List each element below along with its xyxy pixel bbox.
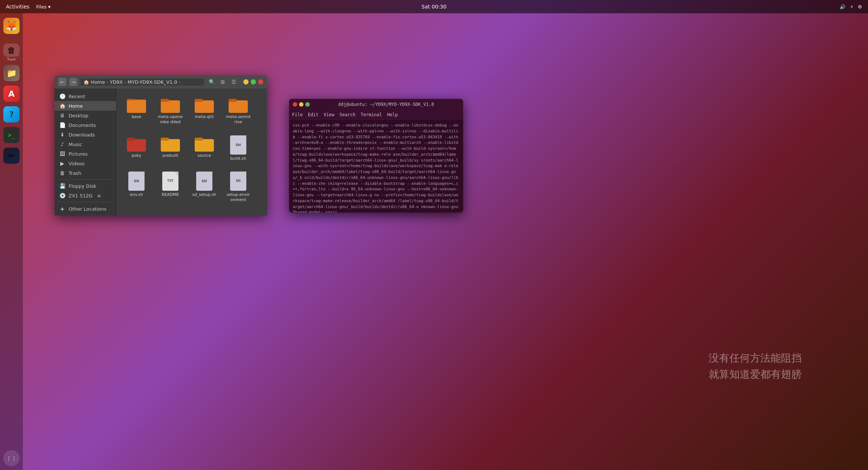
fm-minimize-button[interactable] xyxy=(243,79,249,84)
svg-rect-13 xyxy=(195,139,214,152)
fm-maximize-button[interactable] xyxy=(251,79,256,84)
fm-folder-meta-qt5[interactable]: meta-qt5 xyxy=(190,94,218,127)
firefox-icon: 🦊 xyxy=(3,18,20,34)
fm-folder-prebuilt[interactable]: prebuilt xyxy=(156,133,184,163)
term-menu-help[interactable]: Help xyxy=(387,112,398,117)
fm-file-env-sh[interactable]: SH env.sh xyxy=(122,169,150,205)
sidebar-item-documents[interactable]: 📄 Documents xyxy=(55,120,116,130)
sidebar-item-zx1[interactable]: 💿 ZX1 512G ⏏ xyxy=(55,191,116,200)
videos-icon: ▶ xyxy=(59,160,66,166)
fm-back-button[interactable]: ← xyxy=(58,78,66,86)
fm-file-readme[interactable]: TXT README xyxy=(156,169,184,205)
term-title: ddj@ubuntu: ~/YD9X/MYD-YD9X-SDK_V1.0 xyxy=(313,102,459,107)
sidebar-item-other[interactable]: + Other Locations xyxy=(55,204,116,214)
dock-item-notes[interactable]: ✏ xyxy=(3,147,20,165)
fm-breadcrumb: 🏠 Home › YD9X › MYD-YD9X-SDK_V1.0 › xyxy=(80,79,204,86)
file-icon-readme: TXT xyxy=(162,172,178,191)
fm-content: base meta-openembe dded meta-qt5 xyxy=(117,89,267,215)
add-location-icon: + xyxy=(59,205,66,212)
file-label-readme: README xyxy=(162,192,179,197)
dock-item-help[interactable]: ? xyxy=(3,106,20,123)
file-label-env-sh: env.sh xyxy=(130,192,143,197)
term-menu-view[interactable]: View xyxy=(324,112,334,117)
breadcrumb-home[interactable]: 🏠 Home xyxy=(83,79,105,85)
file-label-sd-setup: sd_setup.sh xyxy=(192,192,216,197)
dock-item-files[interactable]: 📁 xyxy=(3,64,20,82)
sidebar-item-downloads[interactable]: ⬇ Downloads xyxy=(55,130,116,139)
sidebar-item-videos[interactable]: ▶ Videos xyxy=(55,159,116,168)
fm-folder-base[interactable]: base xyxy=(122,94,150,127)
term-menu-file[interactable]: File xyxy=(292,112,303,117)
term-body[interactable]: cxx-pch --enable-c99 --enable-clocale=gn… xyxy=(289,120,463,212)
sidebar-label-desktop: Desktop xyxy=(69,113,88,118)
dock-item-trash[interactable]: 🗑 Trash xyxy=(3,44,20,61)
fm-file-build-sh[interactable]: SH build.sh xyxy=(224,133,252,163)
sidebar-label-recent: Recent xyxy=(69,94,85,99)
terminal-dock-icon: >_ xyxy=(3,127,20,143)
breadcrumb-sdk[interactable]: MYD-YD9X-SDK_V1.0 xyxy=(128,79,177,85)
activities-label[interactable]: Activities xyxy=(6,4,29,10)
sidebar-label-zx1: ZX1 512G xyxy=(69,193,93,198)
apps-grid-icon: ⋮⋮ xyxy=(3,450,20,466)
term-max-button[interactable] xyxy=(305,102,310,107)
desktop-icon: 🖥 xyxy=(59,113,66,118)
sidebar-item-pictures[interactable]: 🖼 Pictures xyxy=(55,149,116,159)
breadcrumb-yd9x[interactable]: YD9X xyxy=(110,79,123,85)
music-icon: ♪ xyxy=(59,141,66,147)
fm-folder-meta-semidrive[interactable]: meta-semidrive xyxy=(224,94,252,127)
sidebar-item-floppy[interactable]: 💾 Floppy Disk xyxy=(55,181,116,191)
fm-titlebar: ← → 🏠 Home › YD9X › MYD-YD9X-SDK_V1.0 › … xyxy=(55,75,267,89)
sidebar-label-trash: Trash xyxy=(69,170,81,176)
recent-icon: 🕐 xyxy=(59,93,66,99)
fm-search-button[interactable]: 🔍 xyxy=(207,77,216,86)
svg-rect-14 xyxy=(195,138,203,141)
fm-menu-button[interactable]: ☰ xyxy=(229,77,238,86)
sidebar-item-desktop[interactable]: 🖥 Desktop xyxy=(55,111,116,120)
trash-dock-icon: 🗑 xyxy=(3,44,20,57)
fm-close-button[interactable] xyxy=(258,79,263,84)
sidebar-item-music[interactable]: ♪ Music xyxy=(55,139,116,149)
volume-icon[interactable]: 🔊 xyxy=(840,4,846,10)
fm-file-sd-setup[interactable]: SH sd_setup.sh xyxy=(190,169,218,205)
power-icon[interactable]: ⚡ xyxy=(850,4,853,10)
folder-icon-meta-semidrive xyxy=(229,97,248,113)
sidebar-item-home[interactable]: 🏠 Home xyxy=(55,101,116,111)
term-menu-terminal[interactable]: Terminal xyxy=(361,112,382,117)
home-icon: 🏠 xyxy=(59,103,66,109)
breadcrumb-sep3: › xyxy=(178,79,180,85)
dock-item-terminal[interactable]: >_ xyxy=(3,126,20,144)
term-close-button[interactable] xyxy=(293,102,297,107)
term-min-button[interactable] xyxy=(299,102,303,107)
dock-item-firefox[interactable]: 🦊 xyxy=(3,17,20,35)
terminal-window: ddj@ubuntu: ~/YD9X/MYD-YD9X-SDK_V1.0 Fil… xyxy=(289,99,463,212)
file-icon-setup-env: SH xyxy=(230,172,246,191)
sidebar-item-recent[interactable]: 🕐 Recent xyxy=(55,91,116,101)
svg-rect-9 xyxy=(127,139,146,152)
file-label-setup-env: setup-environment xyxy=(226,192,251,203)
eject-icon[interactable]: ⏏ xyxy=(97,193,101,198)
dock-apps-button[interactable]: ⋮⋮ xyxy=(3,449,20,467)
term-menu-edit[interactable]: Edit xyxy=(308,112,319,117)
files-menu[interactable]: Files ▾ xyxy=(36,4,51,10)
fm-forward-button[interactable]: → xyxy=(69,78,77,86)
folder-label-poky: poky xyxy=(132,153,141,158)
sidebar-label-floppy: Floppy Disk xyxy=(69,183,96,189)
fm-folder-poky[interactable]: poky xyxy=(122,133,150,163)
fm-folder-meta-openembedded[interactable]: meta-openembe dded xyxy=(156,94,184,127)
sidebar-label-other: Other Locations xyxy=(69,206,107,212)
fm-view-toggle-button[interactable]: ⊞ xyxy=(218,77,227,86)
sidebar-item-trash[interactable]: 🗑 Trash xyxy=(55,168,116,178)
term-menu-search[interactable]: Search xyxy=(340,112,355,117)
fm-folder-source[interactable]: source xyxy=(190,133,218,163)
settings-icon[interactable]: ⚙ xyxy=(858,4,862,10)
fm-file-setup-environment[interactable]: SH setup-environment xyxy=(224,169,252,205)
folder-icon-source xyxy=(195,135,214,152)
topbar: Activities Files ▾ Sat 00:30 🔊 ⚡ ⚙ xyxy=(0,0,868,13)
dock-item-software[interactable]: A xyxy=(3,85,20,103)
documents-icon: 📄 xyxy=(59,122,66,128)
folder-icon-poky xyxy=(127,135,146,152)
downloads-icon: ⬇ xyxy=(59,132,66,138)
svg-rect-8 xyxy=(229,99,237,102)
folder-label-prebuilt: prebuilt xyxy=(163,153,178,158)
sidebar-divider1 xyxy=(58,179,113,180)
